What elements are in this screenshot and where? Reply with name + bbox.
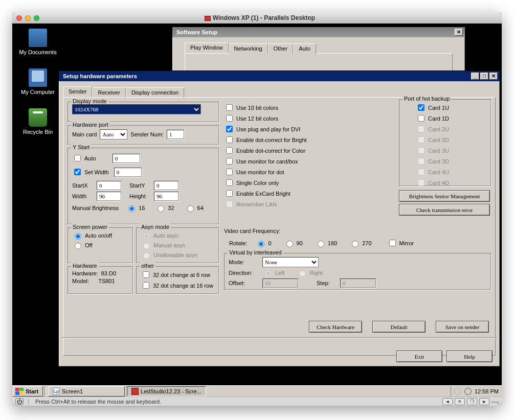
mb-64-radio[interactable]: 64 [185, 204, 204, 212]
dot8-checkbox[interactable]: 32 dot change at 8 row [141, 270, 210, 279]
default-button[interactable]: Default [372, 321, 426, 333]
mb-16-radio[interactable]: 16 [126, 204, 145, 212]
auto-input[interactable] [113, 154, 140, 163]
dot16-checkbox[interactable]: 32 dot change at 16 row [141, 281, 213, 290]
tab-auto[interactable]: Auto [293, 43, 316, 54]
startx-input[interactable] [97, 181, 121, 190]
exit-button[interactable]: Exit [396, 351, 442, 362]
check-transmission-button[interactable]: Check transmission error [399, 204, 490, 216]
rotate-90-radio[interactable]: 90 [284, 239, 303, 247]
close-button[interactable]: ✕ [455, 29, 463, 36]
tab-display-connection[interactable]: Display connection [126, 87, 184, 98]
direction-label: Direction: [229, 270, 259, 276]
card-1d-checkbox[interactable]: Card 1D [416, 113, 449, 123]
save-on-sender-button[interactable]: Save on sender [436, 321, 489, 333]
zoom-icon[interactable] [34, 15, 39, 21]
sender-num-label: Sender Num: [130, 131, 164, 137]
minimize-icon[interactable] [25, 15, 31, 21]
tab-receiver[interactable]: Receiver [92, 87, 125, 98]
height-label: Height [129, 193, 151, 199]
sender-num-input[interactable] [167, 130, 184, 139]
starty-input[interactable] [154, 181, 178, 190]
use-12bit-checkbox[interactable]: Use 12 bit colors [224, 113, 278, 123]
main-card-select[interactable]: Auto [100, 129, 127, 139]
manual-asyn-radio: Manual asyn [141, 241, 185, 249]
close-icon[interactable] [16, 15, 22, 21]
task-screen1[interactable]: Lp Screen1 [48, 386, 125, 396]
mode-select[interactable]: None [262, 257, 319, 267]
mode-label: Mode: [229, 259, 259, 265]
setup-hardware-titlebar[interactable]: Setup hardware parameters _ □ ✕ [59, 71, 500, 81]
resize-grip-icon[interactable] [491, 398, 499, 404]
system-tray[interactable]: 12:58 PM [451, 386, 502, 396]
mirror-checkbox[interactable]: Mirror [387, 238, 414, 248]
help-button[interactable]: Help [446, 351, 493, 362]
desktop-my-documents[interactable]: My Documents [17, 29, 58, 55]
hardware-port-legend: Hardware port [71, 122, 110, 128]
mac-titlebar[interactable]: Windows XP (1) - Parallels Desktop [12, 12, 502, 24]
mb-32-radio[interactable]: 32 [155, 204, 174, 212]
desktop-recycle-bin[interactable]: Recycle Bin [17, 108, 58, 135]
auto-onoff-radio[interactable]: Auto on/off [72, 231, 112, 240]
tab-other[interactable]: Other [268, 43, 294, 54]
rotate-180-radio[interactable]: 180 [315, 239, 337, 247]
tab-networking[interactable]: Networking [229, 43, 268, 54]
use-pnp-dvi-checkbox[interactable]: Use plug and play for DVI [224, 124, 300, 134]
windows-icon [15, 388, 24, 395]
check-hardware-button[interactable]: Check Hardware [309, 321, 362, 333]
parallels-window: Windows XP (1) - Parallels Desktop My Do… [12, 12, 502, 406]
xp-taskbar[interactable]: Start Lp Screen1 LedStudio12.23 - Scre..… [12, 385, 502, 396]
nav-close-icon[interactable]: ✕ [455, 398, 465, 405]
startx-label: StartX [72, 182, 94, 189]
height-input[interactable] [154, 192, 178, 201]
model-value: TS801 [98, 278, 115, 284]
rotate-0-radio[interactable]: 0 [255, 239, 271, 247]
nav-left-icon[interactable]: ◄ [442, 398, 453, 405]
monitor-dot-checkbox[interactable]: Use monitor for dot [224, 167, 284, 177]
start-button[interactable]: Start [13, 386, 43, 396]
set-width-input[interactable] [114, 168, 142, 177]
card-1u-checkbox[interactable]: Card 1U [416, 103, 449, 112]
monitor-cardbox-checkbox[interactable]: Use monitor for card/box [224, 156, 298, 166]
software-setup-titlebar[interactable]: Software Setup ✕ [172, 27, 465, 37]
nav-right-icon[interactable]: ► [479, 398, 489, 405]
remember-lan-checkbox: Remember LAN [224, 199, 277, 209]
task-ledstudio[interactable]: LedStudio12.23 - Scre... [127, 386, 206, 396]
display-mode-select[interactable]: 1024X768 [72, 104, 201, 114]
excard-bright-checkbox[interactable]: Enable ExCard Bright [224, 189, 290, 198]
card-2d-checkbox: Card 2D [416, 135, 449, 145]
other-legend: other [140, 263, 155, 269]
mac-title-text: Windows XP (1) - Parallels Desktop [213, 14, 315, 21]
right-radio: Right [297, 269, 323, 277]
desktop-my-computer[interactable]: My Computer [17, 68, 58, 95]
rotate-label: Rotate: [229, 240, 247, 246]
nav-windows-icon[interactable]: ❐ [467, 398, 477, 405]
off-radio[interactable]: Off [72, 241, 92, 249]
offset-label: Offset: [229, 280, 259, 286]
tab-sender[interactable]: Sender [63, 86, 92, 97]
minimize-button[interactable]: _ [471, 73, 479, 80]
status-message: Press Ctrl+Alt to release the mouse and … [35, 399, 161, 405]
power-icon[interactable]: ⏻ [15, 398, 24, 405]
dotcorrect-bright-checkbox[interactable]: Enable dot-correct for Bright [224, 135, 307, 145]
set-width-checkbox[interactable]: Set Width [72, 167, 109, 177]
brightness-senior-button[interactable]: Brightness Senior Management [399, 190, 490, 202]
auto-checkbox[interactable]: Auto [72, 153, 96, 163]
close-button[interactable]: ✕ [489, 73, 498, 80]
tray-icon[interactable] [454, 388, 461, 395]
rotate-270-radio[interactable]: 270 [349, 239, 371, 247]
use-10bit-checkbox[interactable]: Use 10 bit colors [224, 103, 278, 112]
dotcorrect-color-checkbox[interactable]: Enable dot-correct for Color [224, 146, 305, 155]
model-label: Model: [72, 278, 89, 284]
xp-desktop[interactable]: My Documents My Computer Recycle Bin Sof… [12, 24, 502, 387]
virtual-legend: Virtual by interleaved [228, 249, 283, 255]
width-input[interactable] [97, 192, 121, 201]
single-color-checkbox[interactable]: Single Color only [224, 178, 279, 188]
card-4u-checkbox: Card 4U [416, 167, 449, 177]
software-setup-title: Software Setup [174, 29, 454, 35]
maximize-button[interactable]: □ [480, 73, 488, 80]
tab-play-window[interactable]: Play Window [185, 42, 229, 53]
asyn-legend: Asyn mode [140, 224, 171, 230]
setup-hardware-window[interactable]: Setup hardware parameters _ □ ✕ Sender R… [58, 71, 500, 367]
card-3d-checkbox: Card 3D [416, 156, 449, 166]
